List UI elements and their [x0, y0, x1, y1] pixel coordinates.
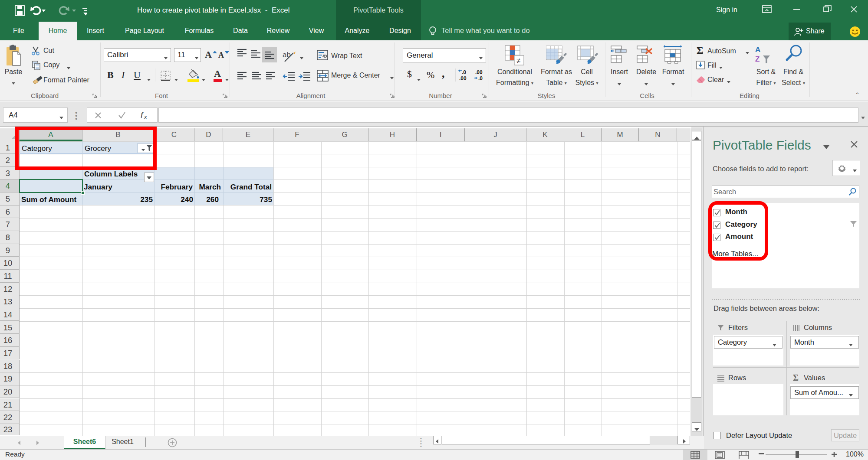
svg-text:≠: ≠: [516, 57, 520, 65]
svg-text:ab: ab: [283, 51, 291, 59]
svg-text:A: A: [755, 46, 760, 54]
svg-text:f: f: [141, 111, 144, 120]
svg-text:Z: Z: [755, 55, 760, 63]
svg-text:.0: .0: [462, 69, 466, 75]
svg-text:.0: .0: [478, 75, 483, 82]
svg-text:.00: .00: [475, 69, 483, 75]
svg-text:.00: .00: [459, 75, 467, 82]
svg-text:x: x: [144, 114, 147, 120]
